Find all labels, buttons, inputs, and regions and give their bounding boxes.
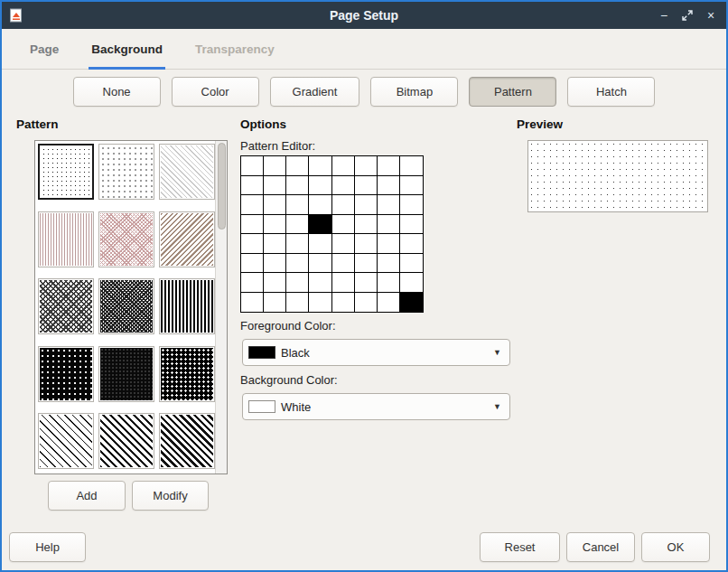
scrollbar-thumb[interactable] xyxy=(218,143,226,230)
editor-cell-r6c3[interactable] xyxy=(309,273,331,293)
editor-cell-r5c5[interactable] xyxy=(355,254,378,274)
pattern-swatch-dense-diagonal[interactable] xyxy=(159,413,215,469)
editor-cell-r7c4[interactable] xyxy=(332,293,355,313)
editor-cell-r0c0[interactable] xyxy=(241,156,264,176)
editor-cell-r6c4[interactable] xyxy=(332,273,355,293)
editor-cell-r6c7[interactable] xyxy=(400,273,423,293)
pattern-swatch-light-diagonal[interactable] xyxy=(159,144,215,200)
editor-cell-r5c3[interactable] xyxy=(309,254,331,274)
fill-type-gradient-button[interactable]: Gradient xyxy=(270,77,360,107)
editor-cell-r1c3[interactable] xyxy=(309,176,331,196)
editor-cell-r7c2[interactable] xyxy=(286,293,309,313)
editor-cell-r2c2[interactable] xyxy=(286,195,309,215)
editor-cell-r5c2[interactable] xyxy=(286,254,309,274)
editor-cell-r5c0[interactable] xyxy=(241,254,264,274)
editor-cell-r4c4[interactable] xyxy=(332,234,355,254)
editor-cell-r5c1[interactable] xyxy=(264,254,286,274)
editor-cell-r5c4[interactable] xyxy=(332,254,355,274)
editor-cell-r1c5[interactable] xyxy=(355,176,378,196)
help-button[interactable]: Help xyxy=(9,532,86,562)
pattern-swatch-vertical-dense[interactable] xyxy=(159,278,215,334)
editor-cell-r6c0[interactable] xyxy=(241,273,264,293)
editor-cell-r6c6[interactable] xyxy=(378,273,400,293)
editor-cell-r7c7[interactable] xyxy=(400,293,423,313)
close-button[interactable]: × xyxy=(701,5,721,25)
editor-cell-r6c1[interactable] xyxy=(264,273,286,293)
editor-cell-r3c1[interactable] xyxy=(264,215,286,235)
minimize-button[interactable]: − xyxy=(654,5,674,25)
pattern-swatch-vertical-lines[interactable] xyxy=(38,211,94,267)
editor-cell-r1c6[interactable] xyxy=(378,176,400,196)
pattern-swatch-cross-hatch[interactable] xyxy=(98,211,154,267)
editor-cell-r7c5[interactable] xyxy=(355,293,378,313)
editor-cell-r0c7[interactable] xyxy=(400,156,423,176)
tab-background[interactable]: Background xyxy=(89,29,165,70)
editor-cell-r1c0[interactable] xyxy=(241,176,264,196)
pattern-swatch-diagonal-lines[interactable] xyxy=(159,211,215,267)
foreground-color-dropdown[interactable]: Black ▼ xyxy=(242,339,510,366)
editor-cell-r4c0[interactable] xyxy=(241,234,264,254)
editor-cell-r5c6[interactable] xyxy=(378,254,400,274)
pattern-swatch-dense-cross[interactable] xyxy=(98,278,154,334)
editor-cell-r6c2[interactable] xyxy=(286,273,309,293)
editor-cell-r2c7[interactable] xyxy=(400,195,423,215)
tab-page[interactable]: Page xyxy=(27,29,61,70)
editor-cell-r7c1[interactable] xyxy=(264,293,286,313)
add-button[interactable]: Add xyxy=(48,481,126,511)
reset-button[interactable]: Reset xyxy=(480,532,560,562)
editor-cell-r3c3[interactable] xyxy=(309,215,331,235)
cancel-button[interactable]: Cancel xyxy=(566,532,635,562)
editor-cell-r4c3[interactable] xyxy=(309,234,331,254)
editor-cell-r3c7[interactable] xyxy=(400,215,423,235)
fill-type-hatch-button[interactable]: Hatch xyxy=(567,77,655,107)
editor-cell-r0c2[interactable] xyxy=(286,156,309,176)
editor-cell-r2c6[interactable] xyxy=(378,195,400,215)
editor-cell-r0c6[interactable] xyxy=(378,156,400,176)
editor-cell-r3c5[interactable] xyxy=(355,215,378,235)
editor-cell-r3c4[interactable] xyxy=(332,215,355,235)
pattern-swatch-medium-diagonal[interactable] xyxy=(98,413,154,469)
pattern-swatch-fine-dots[interactable] xyxy=(38,144,94,200)
editor-cell-r4c7[interactable] xyxy=(400,234,423,254)
editor-cell-r2c3[interactable] xyxy=(309,195,331,215)
pattern-swatch-black-dense[interactable] xyxy=(98,346,154,402)
editor-cell-r1c1[interactable] xyxy=(264,176,286,196)
restore-button[interactable] xyxy=(677,5,697,25)
editor-cell-r2c1[interactable] xyxy=(264,195,286,215)
modify-button[interactable]: Modify xyxy=(132,481,209,511)
editor-cell-r7c0[interactable] xyxy=(241,293,264,313)
fill-type-bitmap-button[interactable]: Bitmap xyxy=(370,77,458,107)
pattern-swatch-black-sparse-dots[interactable] xyxy=(38,346,94,402)
pattern-list-scrollbar[interactable] xyxy=(215,141,227,474)
editor-cell-r2c0[interactable] xyxy=(241,195,264,215)
titlebar[interactable]: Page Setup − × xyxy=(2,2,726,29)
editor-cell-r1c4[interactable] xyxy=(332,176,355,196)
editor-cell-r4c1[interactable] xyxy=(264,234,286,254)
editor-cell-r3c0[interactable] xyxy=(241,215,264,235)
fill-type-pattern-button[interactable]: Pattern xyxy=(469,77,556,107)
fill-type-color-button[interactable]: Color xyxy=(172,77,259,107)
editor-cell-r7c3[interactable] xyxy=(309,293,331,313)
fill-type-none-button[interactable]: None xyxy=(73,77,161,107)
background-color-dropdown[interactable]: White ▼ xyxy=(242,393,510,420)
editor-cell-r6c5[interactable] xyxy=(355,273,378,293)
pattern-swatch-thin-diagonal[interactable] xyxy=(38,413,94,469)
editor-cell-r7c6[interactable] xyxy=(378,293,400,313)
editor-cell-r3c2[interactable] xyxy=(286,215,309,235)
editor-cell-r4c6[interactable] xyxy=(378,234,400,254)
editor-cell-r1c2[interactable] xyxy=(286,176,309,196)
editor-cell-r3c6[interactable] xyxy=(378,215,400,235)
editor-cell-r2c4[interactable] xyxy=(332,195,355,215)
editor-cell-r0c4[interactable] xyxy=(332,156,355,176)
editor-cell-r5c7[interactable] xyxy=(400,254,423,274)
editor-cell-r1c7[interactable] xyxy=(400,176,423,196)
pattern-swatch-black-dots[interactable] xyxy=(159,346,215,402)
editor-cell-r2c5[interactable] xyxy=(355,195,378,215)
pattern-swatch-dark-cross[interactable] xyxy=(38,278,94,334)
editor-cell-r0c5[interactable] xyxy=(355,156,378,176)
editor-cell-r4c2[interactable] xyxy=(286,234,309,254)
ok-button[interactable]: OK xyxy=(641,532,710,562)
editor-cell-r4c5[interactable] xyxy=(355,234,378,254)
editor-cell-r0c1[interactable] xyxy=(264,156,286,176)
pattern-swatch-sparse-dots[interactable] xyxy=(98,144,154,200)
